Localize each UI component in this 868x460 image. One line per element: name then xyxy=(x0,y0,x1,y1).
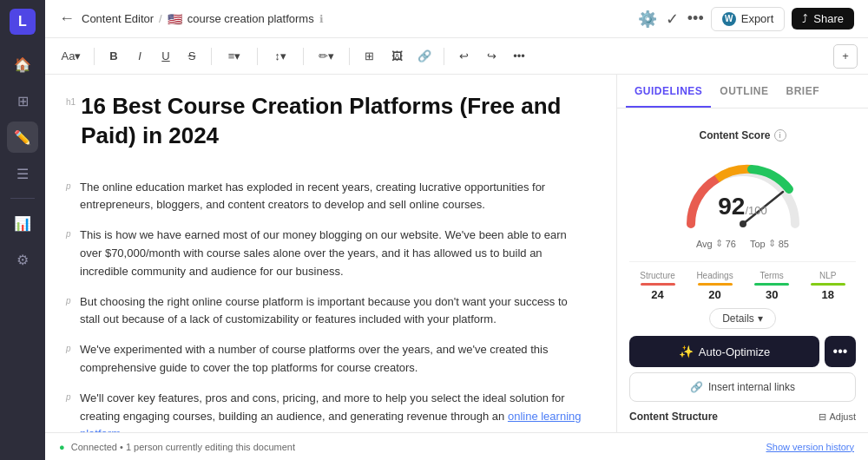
auto-optimize-button[interactable]: ✨ Auto-Optimize xyxy=(629,336,819,367)
metric-nlp-value: 18 xyxy=(821,288,833,301)
insert-links-button[interactable]: 🔗 Insert internal links xyxy=(629,372,856,402)
details-button[interactable]: Details ▾ xyxy=(709,308,776,329)
image-button[interactable]: 🖼 xyxy=(385,44,409,69)
metric-terms-bar xyxy=(754,283,789,286)
sidebar-item-dashboard[interactable]: ⊞ xyxy=(7,85,38,116)
check-icon[interactable]: ✓ xyxy=(666,10,679,29)
sparkle-icon: ✨ xyxy=(679,345,694,358)
paragraph-4: p We've experimented with a number of co… xyxy=(66,341,582,378)
chevron-down-icon: ▾ xyxy=(758,312,763,325)
content-score-label-row: Content Score i xyxy=(699,129,786,141)
editor[interactable]: h1 16 Best Course Creation Platforms (Fr… xyxy=(45,75,616,432)
sidebar-divider xyxy=(10,198,35,199)
breadcrumb-info-icon[interactable]: ℹ xyxy=(319,13,324,25)
bold-button[interactable]: B xyxy=(102,44,126,69)
export-button[interactable]: W Export xyxy=(711,7,786,31)
breadcrumb-current: course creation platforms xyxy=(187,12,314,25)
sidebar-item-document[interactable]: ☰ xyxy=(7,158,38,189)
italic-button[interactable]: I xyxy=(128,44,152,69)
metric-terms-label: Terms xyxy=(760,271,784,280)
metric-terms-value: 30 xyxy=(766,288,778,301)
content-score-number: 92/100 xyxy=(718,193,766,220)
toolbar-sep-2 xyxy=(211,48,212,65)
more-options-button[interactable]: ••• xyxy=(507,44,531,69)
add-content-button[interactable]: + xyxy=(833,44,858,69)
sidebar-item-editor[interactable]: ✏️ xyxy=(7,122,38,153)
share-button[interactable]: ⤴ Share xyxy=(792,8,854,30)
sidebar: L 🏠 ⊞ ✏️ ☰ 📊 ⚙ xyxy=(0,0,45,460)
more-icon[interactable]: ••• xyxy=(687,10,704,28)
internal-link[interactable]: online learning platform. xyxy=(80,410,582,432)
sidebar-item-analytics[interactable]: 📊 xyxy=(7,207,38,239)
topbar: ← Content Editor / 🇺🇸 course creation pl… xyxy=(45,0,868,38)
editing-label: • 1 person currently editing this docume… xyxy=(120,442,295,452)
toolbar-annotation-group: ✏▾ xyxy=(311,44,342,69)
paragraph-4-text: We've experimented with a number of cour… xyxy=(80,343,548,374)
right-panel: GUIDELINES OUTLINE BRIEF Content Score i xyxy=(616,75,868,432)
underline-button[interactable]: U xyxy=(154,44,178,69)
toolbar-format-group: B I U S xyxy=(102,44,204,69)
main-wrapper: ← Content Editor / 🇺🇸 course creation pl… xyxy=(45,0,868,460)
sidebar-item-home[interactable]: 🏠 xyxy=(7,49,38,80)
toolbar-sep-1 xyxy=(94,48,95,65)
p-label-5: p xyxy=(66,391,71,404)
svg-point-1 xyxy=(740,220,746,227)
show-version-history-button[interactable]: Show version history xyxy=(766,442,855,452)
top-arrow: ⇕ xyxy=(768,238,776,249)
line-height-button[interactable]: ↕▾ xyxy=(265,44,296,69)
settings-icon[interactable]: ⚙️ xyxy=(638,10,657,29)
toolbar-sep-6 xyxy=(444,48,444,65)
back-button[interactable]: ← xyxy=(59,10,75,28)
paragraph-2-text: This is how we have earned most of our m… xyxy=(80,228,567,278)
paragraph-3: p But choosing the right online course p… xyxy=(66,293,582,330)
score-top: Top ⇕ 85 xyxy=(750,238,789,249)
sidebar-item-settings[interactable]: ⚙ xyxy=(7,244,38,275)
content-structure-title: Content Structure xyxy=(629,411,718,423)
p-label-3: p xyxy=(66,294,71,308)
toolbar: Aa▾ B I U S ≡▾ ↕▾ ✏▾ ⊞ 🖼 🔗 ↩ ↪ ••• + xyxy=(45,38,868,75)
score-avg: Avg ⇕ 76 xyxy=(696,238,736,249)
paragraph-1: p The online education market has explod… xyxy=(66,179,582,215)
link-icon: 🔗 xyxy=(690,381,703,393)
tab-brief[interactable]: BRIEF xyxy=(778,75,829,108)
app-logo[interactable]: L xyxy=(10,9,36,35)
connected-label: Connected xyxy=(71,442,117,452)
gauge-container: 92/100 xyxy=(674,150,812,233)
font-style-button[interactable]: Aa▾ xyxy=(56,44,87,69)
content-area: h1 16 Best Course Creation Platforms (Fr… xyxy=(45,75,868,432)
metric-structure-label: Structure xyxy=(640,271,675,280)
metric-headings-value: 20 xyxy=(708,288,720,301)
toolbar-sep-4 xyxy=(303,48,304,65)
paragraph-1-text: The online education market has exploded… xyxy=(80,181,545,212)
hyperlink-button[interactable]: 🔗 xyxy=(412,44,437,69)
panel-body: Content Score i xyxy=(617,108,868,432)
paragraph-5: p We'll cover key features, pros and con… xyxy=(66,390,582,432)
strikethrough-button[interactable]: S xyxy=(180,44,204,69)
panel-tabs: GUIDELINES OUTLINE BRIEF xyxy=(617,75,868,108)
topbar-icons: ⚙️ ✓ ••• xyxy=(638,10,704,29)
align-button[interactable]: ≡▾ xyxy=(219,44,250,69)
toolbar-font-group: Aa▾ xyxy=(56,44,87,69)
tab-guidelines[interactable]: GUIDELINES xyxy=(626,75,711,108)
undo-button[interactable]: ↩ xyxy=(451,44,476,69)
adjust-button[interactable]: ⊟ Adjust xyxy=(819,411,856,423)
table-button[interactable]: ⊞ xyxy=(357,44,381,69)
adjust-icon: ⊟ xyxy=(819,411,826,423)
metric-nlp-bar xyxy=(811,283,845,286)
statusbar: ● Connected • 1 person currently editing… xyxy=(45,432,868,460)
wordpress-icon: W xyxy=(722,12,736,26)
avg-arrow: ⇕ xyxy=(715,238,723,249)
auto-optimize-more-button[interactable]: ••• xyxy=(825,336,856,367)
metric-structure: Structure 24 xyxy=(640,271,675,301)
pen-button[interactable]: ✏▾ xyxy=(311,44,342,69)
toolbar-spacing-group: ↕▾ xyxy=(265,44,296,69)
connected-dot: ● xyxy=(59,442,65,452)
tab-outline[interactable]: OUTLINE xyxy=(711,75,777,108)
redo-button[interactable]: ↪ xyxy=(479,44,503,69)
content-score-info-icon[interactable]: i xyxy=(774,129,786,141)
metric-structure-value: 24 xyxy=(651,288,663,301)
document-title[interactable]: 16 Best Course Creation Platforms (Free … xyxy=(81,92,582,151)
breadcrumb-separator: / xyxy=(159,12,162,25)
metric-headings-bar xyxy=(698,283,733,286)
breadcrumb-flag: 🇺🇸 xyxy=(168,12,182,26)
